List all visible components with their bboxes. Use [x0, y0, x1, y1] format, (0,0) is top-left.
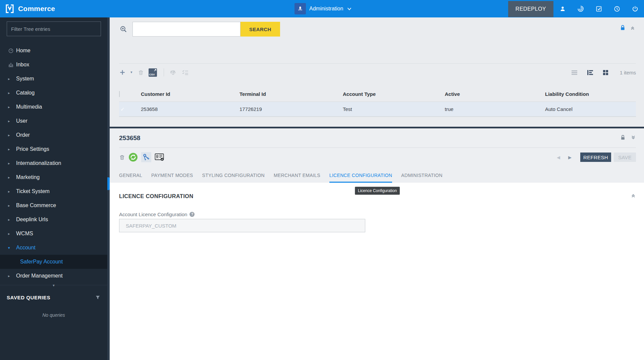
sidebar-item-wcms[interactable]: ▸WCMS	[0, 227, 107, 241]
csv-export-icon[interactable]: CSV	[149, 68, 157, 77]
caret-right-icon: ▸	[8, 175, 15, 180]
saved-queries-title: SAVED QUERIES	[7, 295, 50, 300]
sidebar-item-base-commerce[interactable]: ▸Base Commerce	[0, 198, 107, 213]
sidebar-item-label: Order	[16, 132, 30, 138]
filter-funnel-icon[interactable]	[95, 295, 101, 300]
sidebar-item-label: Ticket System	[16, 188, 50, 194]
account-licence-configuration-input[interactable]	[119, 219, 365, 232]
row-selected-check-icon[interactable]: ✓	[119, 106, 141, 112]
tasks-check-icon[interactable]	[590, 0, 608, 17]
redeploy-button[interactable]: REDEPLOY	[508, 1, 553, 17]
list-view-icon[interactable]	[571, 70, 578, 75]
sidebar-item-label: Price Settings	[16, 146, 49, 152]
caret-right-icon: ▸	[8, 133, 15, 137]
caret-right-icon: ▸	[8, 161, 15, 166]
column-header[interactable]: Liability Condition	[545, 91, 636, 97]
add-item-button[interactable]	[119, 69, 126, 76]
column-header[interactable]: Account Type	[343, 91, 445, 97]
panel-splitter-handle[interactable]	[107, 177, 110, 190]
collapse-detail-icon[interactable]	[631, 135, 636, 141]
caret-down-icon: ▾	[8, 246, 15, 250]
sidebar-item-label: Base Commerce	[16, 202, 56, 208]
sidebar-item-multimedia[interactable]: ▸Multimedia	[0, 100, 107, 114]
search-input[interactable]	[132, 22, 240, 37]
sidebar-item-label: Multimedia	[16, 104, 42, 110]
column-header[interactable]: Terminal Id	[239, 91, 343, 97]
search-button[interactable]: SEARCH	[240, 22, 280, 37]
unlock-icon[interactable]	[621, 135, 625, 141]
tab-merchant-emails[interactable]: MERCHANT EMAILS	[274, 173, 320, 183]
sidebar-item-system[interactable]: ▸System	[0, 72, 107, 86]
application-window: Commerce Administration REDEPLOY	[0, 0, 644, 360]
sidebar-item-label: User	[16, 118, 28, 124]
sidebar-item-order[interactable]: ▸Order	[0, 128, 107, 142]
tab-styling-configuration[interactable]: STYLING CONFIGURATION	[202, 173, 265, 183]
sidebar-item-saferpay-account[interactable]: SaferPay Account	[0, 255, 107, 269]
tab-administration[interactable]: ADMINISTRATION	[401, 173, 442, 183]
logout-power-icon[interactable]	[626, 0, 644, 17]
next-item-arrow[interactable]: ▶	[566, 155, 574, 160]
administration-icon	[294, 3, 306, 14]
compare-scales-icon[interactable]	[169, 69, 177, 76]
detail-content: LICENCE CONFIGURATION Account Licence Co…	[110, 183, 644, 360]
sidebar-item-catalog[interactable]: ▸Catalog	[0, 86, 107, 100]
sidebar-item-price-settings[interactable]: ▸Price Settings	[0, 142, 107, 156]
sidebar-item-inbox[interactable]: Inbox	[0, 58, 107, 72]
delete-account-icon[interactable]	[119, 154, 125, 161]
column-header[interactable]: Active	[445, 91, 545, 97]
refresh-button[interactable]: REFRESH	[580, 153, 611, 162]
caret-right-icon: ▸	[8, 189, 15, 194]
inbox-icon	[8, 62, 15, 68]
tab-payment-modes[interactable]: PAYMENT MODES	[151, 173, 193, 183]
table-row[interactable]: ✓25365817726219TesttrueAuto Cancel	[119, 102, 636, 117]
jobs-spiral-icon[interactable]	[572, 0, 590, 17]
tab-general[interactable]: GENERAL	[119, 173, 142, 183]
table-cell: true	[445, 106, 545, 112]
column-header[interactable]: Customer Id	[141, 91, 239, 97]
context-label: Administration	[309, 6, 343, 12]
help-icon[interactable]: ?	[190, 212, 195, 217]
history-clock-icon[interactable]	[608, 0, 626, 17]
delete-item-icon[interactable]	[138, 69, 144, 76]
grid-view-icon[interactable]	[603, 70, 608, 75]
sync-terminal-icon[interactable]	[128, 153, 138, 162]
caret-right-icon: ▸	[8, 119, 15, 123]
collapse-panel-icon[interactable]	[630, 25, 635, 32]
caret-right-icon: ▸	[8, 274, 15, 278]
sidebar-item-internationalization[interactable]: ▸Internationalization	[0, 156, 107, 170]
select-all-checkbox[interactable]	[119, 91, 120, 97]
bulk-checklist-icon[interactable]	[181, 69, 189, 76]
tab-licence-configuration[interactable]: LICENCE CONFIGURATION	[329, 173, 392, 183]
lock-icon[interactable]	[620, 25, 625, 32]
filter-tree-input[interactable]	[7, 21, 101, 36]
sidebar-item-marketing[interactable]: ▸Marketing	[0, 170, 107, 184]
sidebar-item-deeplink-urls[interactable]: ▸Deeplink Urls	[0, 213, 107, 227]
licence-certificate-icon[interactable]	[155, 153, 165, 161]
previous-item-arrow[interactable]: ◀	[554, 155, 563, 160]
sidebar: HomeInbox▸System▸Catalog▸Multimedia▸User…	[0, 17, 110, 360]
tree-view-icon[interactable]	[587, 70, 593, 75]
collapse-section-icon[interactable]	[631, 193, 636, 199]
caret-right-icon: ▸	[8, 218, 15, 222]
brand[interactable]: Commerce	[0, 4, 110, 14]
context-switcher[interactable]: Administration	[294, 0, 352, 17]
sidebar-item-user[interactable]: ▸User	[0, 114, 107, 128]
sidebar-item-home[interactable]: Home	[0, 44, 107, 58]
sidebar-divider: ▾	[0, 285, 107, 286]
saved-queries-empty-text: No queries	[0, 312, 107, 318]
topbar: Commerce Administration REDEPLOY	[0, 0, 644, 17]
advanced-search-icon[interactable]	[119, 25, 128, 34]
add-item-dropdown-caret[interactable]: ▾	[130, 70, 132, 74]
sidebar-item-ticket-system[interactable]: ▸Ticket System	[0, 184, 107, 198]
table-cell: Auto Cancel	[545, 106, 636, 112]
api-keys-icon[interactable]	[141, 152, 151, 162]
save-button[interactable]: SAVE	[614, 153, 636, 162]
items-count: 1 items	[620, 70, 636, 75]
sidebar-item-account[interactable]: ▾Account	[0, 241, 107, 255]
detail-title: 253658	[119, 134, 140, 142]
user-profile-icon[interactable]	[553, 0, 572, 17]
section-title: LICENCE CONFIGURATION	[119, 193, 193, 199]
dashboard-icon	[8, 48, 15, 54]
caret-down-icon[interactable]: ▾	[53, 283, 55, 288]
sidebar-item-order-management[interactable]: ▸Order Management	[0, 269, 107, 283]
